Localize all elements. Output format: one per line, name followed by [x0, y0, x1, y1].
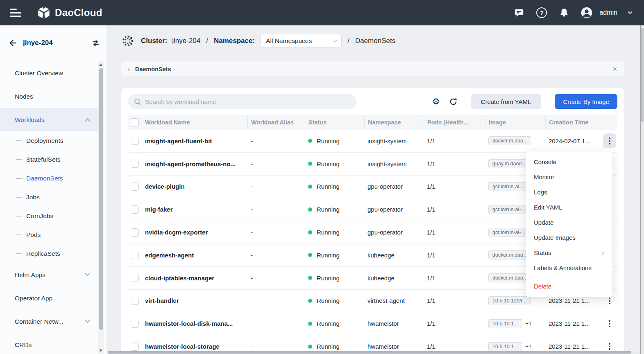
workload-name[interactable]: mig-faker [142, 206, 247, 213]
sidebar-scrollbar[interactable] [98, 61, 104, 354]
page-scrollbar[interactable] [640, 25, 644, 354]
col-image[interactable]: Image [485, 115, 545, 130]
user-avatar[interactable] [580, 6, 593, 19]
status-label: Running [317, 275, 340, 282]
notifications-bell-icon[interactable] [558, 6, 571, 19]
creation-time-cell: 2023-11-21 1... [545, 343, 602, 350]
namespace-select[interactable]: All Namespaces [261, 34, 342, 48]
image-tag[interactable]: docker.m.dao... [488, 250, 531, 259]
workload-name[interactable]: device-plugin [142, 183, 247, 190]
horizontal-scrollbar[interactable] [107, 351, 640, 354]
context-menu-item[interactable]: Edit YAML › [526, 200, 612, 215]
status-cell: Running [305, 252, 364, 259]
chevron-right-icon[interactable]: › [128, 65, 130, 73]
sidebar-scrollbar-thumb[interactable] [99, 68, 103, 330]
image-tag[interactable]: 10.5.10.1... [488, 319, 522, 328]
horizontal-scrollbar-thumb[interactable] [108, 351, 631, 354]
workload-name[interactable]: edgemesh-agent [142, 252, 247, 259]
sidebar-item[interactable]: Pods [0, 225, 98, 244]
refresh-icon[interactable] [449, 97, 458, 106]
image-tag[interactable]: 10.5.10.1... [488, 342, 522, 351]
pods-cell: 1/1 [424, 343, 485, 350]
sidebar-item[interactable]: StatefulSets [0, 150, 98, 169]
workload-name[interactable]: insight-agent-fluent-bit [142, 138, 247, 144]
sidebar-item[interactable]: Jobs [0, 188, 98, 207]
workload-name[interactable]: cloud-iptables-manager [142, 275, 247, 282]
sidebar-item[interactable]: Deployments [0, 131, 98, 150]
col-pods[interactable]: Pods (Health... [424, 115, 485, 130]
messages-icon[interactable] [512, 6, 526, 19]
context-menu-item[interactable]: Labels & Annotations › [526, 260, 612, 275]
scroll-down-arrow-icon[interactable] [99, 349, 102, 352]
scroll-up-arrow-icon[interactable] [99, 63, 102, 66]
create-by-image-button[interactable]: Create By Image [555, 94, 617, 109]
context-menu-item[interactable]: Console › [526, 154, 612, 169]
context-menu-item[interactable]: Update › [526, 215, 612, 230]
context-menu-item[interactable]: Status › [526, 245, 612, 260]
col-status[interactable]: Status [305, 115, 364, 130]
workload-name[interactable]: hwameistor-local-disk-mana... [142, 320, 247, 327]
cluster-value[interactable]: jinye-204 [172, 37, 200, 45]
sidebar-nav: Cluster Overview Nodes Workloads Deploym… [0, 61, 98, 354]
image-extra-count[interactable]: +1 [526, 343, 532, 349]
hamburger-menu-icon[interactable] [10, 9, 21, 17]
col-workload-name[interactable]: Workload Name [142, 115, 247, 130]
col-workload-alias[interactable]: Workload Alias [247, 115, 305, 130]
row-checkbox[interactable] [131, 297, 139, 305]
chevron-down-icon [332, 38, 337, 42]
sidebar-item[interactable]: Workloads [0, 108, 98, 131]
image-tag[interactable]: gcr.io/run-ai-... [488, 182, 529, 191]
workload-name[interactable]: nvidia-dcgm-exporter [142, 229, 247, 236]
sidebar-item[interactable]: CRDs [0, 333, 98, 354]
image-tag[interactable]: 10.5.10.120/r... [488, 296, 531, 305]
context-menu-item[interactable]: Logs › [526, 185, 612, 200]
image-extra-count[interactable]: +1 [526, 320, 532, 327]
kebab-menu-button[interactable] [603, 316, 616, 331]
image-tag[interactable]: gcr.io/run-ai-... [488, 228, 529, 237]
workload-name[interactable]: hwameistor-local-storage [142, 343, 247, 350]
image-tag[interactable]: gcr.io/run-ai-... [488, 205, 529, 214]
daocloud-logo-icon [37, 6, 51, 20]
col-creation-time[interactable]: Creation Time [545, 115, 602, 130]
image-tag[interactable]: docker.m.dao... [488, 136, 531, 145]
row-checkbox[interactable] [131, 183, 139, 191]
back-arrow-icon[interactable] [7, 38, 17, 48]
close-icon[interactable]: ✕ [612, 65, 617, 73]
sidebar-item[interactable]: Helm Apps [0, 263, 98, 286]
create-from-yaml-button[interactable]: Create from YAML [471, 94, 542, 109]
context-menu-item[interactable]: Delete › [526, 278, 612, 294]
sidebar-item[interactable]: ReplicaSets [0, 244, 98, 263]
search-input[interactable] [145, 98, 351, 105]
user-menu-caret-icon[interactable] [627, 9, 633, 16]
row-checkbox[interactable] [131, 320, 139, 328]
row-checkbox[interactable] [131, 251, 139, 259]
row-checkbox[interactable] [131, 343, 139, 351]
sidebar-item[interactable]: Cluster Overview [0, 61, 98, 85]
workload-name[interactable]: insight-agent-prometheus-no... [142, 160, 247, 167]
context-menu-item[interactable]: Monitor › [526, 169, 612, 185]
sidebar-item[interactable]: Nodes [0, 85, 98, 108]
row-checkbox[interactable] [131, 274, 139, 282]
row-checkbox[interactable] [131, 137, 139, 145]
sidebar-item[interactable]: Operator App [0, 286, 98, 310]
row-checkbox[interactable] [131, 205, 139, 214]
page-scrollbar-thumb[interactable] [641, 28, 644, 122]
workload-name[interactable]: virt-handler [142, 297, 247, 304]
row-checkbox[interactable] [131, 228, 139, 237]
status-cell: Running [305, 229, 364, 236]
sidebar-item[interactable]: DaemonSets [0, 169, 98, 188]
select-all-checkbox[interactable] [131, 118, 139, 126]
image-tag[interactable]: quay.m.daocl... [488, 159, 531, 168]
help-icon[interactable]: ? [535, 6, 548, 19]
status-label: Running [317, 138, 340, 144]
sidebar-item[interactable]: Container Netw... [0, 310, 98, 333]
switch-cluster-icon[interactable] [91, 38, 101, 48]
search-box[interactable] [128, 94, 356, 109]
image-tag[interactable]: docker.m.dao... [488, 273, 531, 282]
kebab-menu-button[interactable] [603, 133, 616, 148]
settings-gear-icon[interactable]: ⚙ [432, 97, 440, 106]
sidebar-item[interactable]: CronJobs [0, 207, 98, 225]
row-checkbox[interactable] [131, 160, 139, 168]
col-namespace[interactable]: Namespace [364, 115, 424, 130]
context-menu-item[interactable]: Update Images › [526, 230, 612, 245]
